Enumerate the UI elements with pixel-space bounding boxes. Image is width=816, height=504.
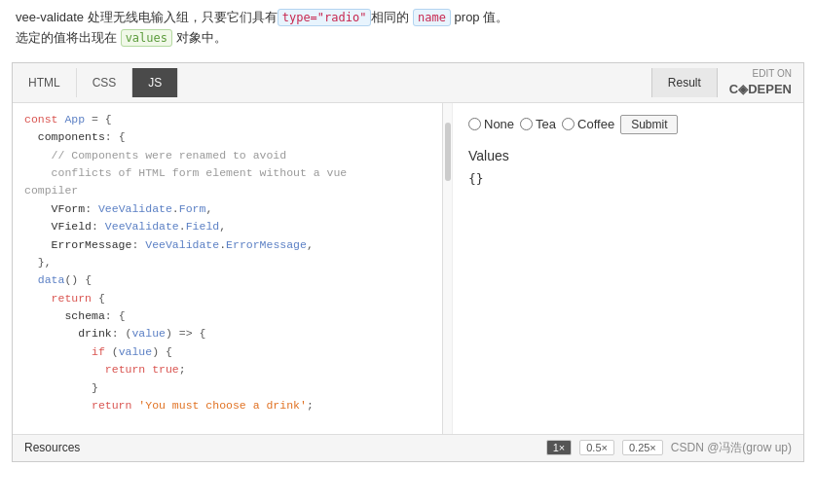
radio-group: None Tea Coffee Submit (468, 115, 788, 134)
radio-label-none: None (484, 117, 514, 131)
code-line: conflicts of HTML form element without a… (13, 164, 442, 182)
code-line: ErrorMessage: VeeValidate.ErrorMessage, (13, 236, 442, 254)
zoom-1x[interactable]: 1× (546, 440, 573, 455)
csdn-watermark: CSDN @冯浩(grow up) (671, 440, 792, 456)
top-description: vee-validate 处理无线电输入组，只要它们具有type="radio"… (0, 0, 816, 58)
code-line: VField: VeeValidate.Field, (13, 218, 442, 235)
radio-input-tea[interactable] (520, 118, 533, 130)
code-line: compiler (13, 182, 442, 199)
code-line: }, (13, 254, 442, 271)
radio-label-tea: Tea (536, 117, 556, 131)
editor-body: const App = { components: { // Component… (13, 103, 803, 434)
radio-input-none[interactable] (468, 118, 481, 130)
code-line: if (value) { (13, 343, 442, 361)
code-values: values (121, 29, 172, 47)
code-line: drink: (value) => { (13, 325, 442, 342)
tab-result[interactable]: Result (651, 68, 718, 97)
code-line: // Components were renamed to avoid (13, 147, 442, 164)
resources-label[interactable]: Resources (24, 441, 80, 454)
radio-coffee[interactable]: Coffee (562, 117, 614, 131)
code-line: VForm: VeeValidate.Form, (13, 200, 442, 218)
code-line: data() { (13, 271, 442, 289)
values-object: {} (468, 171, 788, 186)
zoom-0-25x[interactable]: 0.25× (622, 440, 663, 455)
code-type-radio: type="radio" (278, 9, 372, 26)
codepen-edit-label: EDIT ON (729, 67, 792, 81)
radio-tea[interactable]: Tea (520, 117, 556, 131)
radio-label-coffee: Coffee (577, 117, 614, 131)
values-heading: Values (468, 148, 788, 163)
scrollbar-track[interactable] (443, 103, 453, 434)
tab-html[interactable]: HTML (13, 68, 77, 97)
footer-right: 1× 0.5× 0.25× CSDN @冯浩(grow up) (546, 440, 792, 456)
zoom-0-5x[interactable]: 0.5× (579, 440, 614, 455)
code-line: return 'You must choose a drink'; (13, 397, 442, 414)
desc-line1-suffix: prop 值。 (455, 10, 509, 24)
desc-line1-mid: 相同的 (371, 10, 409, 24)
editor-footer: Resources 1× 0.5× 0.25× CSDN @冯浩(grow up… (13, 434, 803, 461)
code-line: return { (13, 290, 442, 307)
scrollbar-thumb (445, 123, 451, 181)
code-editor: HTML CSS JS Result EDIT ON C◈DEPEN const… (12, 62, 804, 462)
code-line: } (13, 379, 442, 397)
code-name: name (413, 9, 451, 26)
code-line: return true; (13, 361, 442, 378)
result-panel: None Tea Coffee Submit Values {} (453, 103, 803, 434)
code-line: const App = { (13, 111, 442, 128)
codepen-branding: EDIT ON C◈DEPEN (718, 63, 803, 102)
code-line: schema: { (13, 307, 442, 325)
tab-css[interactable]: CSS (77, 68, 133, 97)
codepen-brand: C◈DEPEN (729, 81, 792, 98)
code-panel[interactable]: const App = { components: { // Component… (13, 103, 443, 434)
radio-none[interactable]: None (468, 117, 514, 131)
submit-button[interactable]: Submit (620, 115, 678, 134)
code-line: components: { (13, 128, 442, 146)
editor-header: HTML CSS JS Result EDIT ON C◈DEPEN (13, 63, 803, 103)
desc-line1-prefix: vee-validate 处理无线电输入组，只要它们具有 (16, 10, 278, 24)
desc-line2-suffix: 对象中。 (176, 30, 227, 45)
tab-js[interactable]: JS (132, 68, 178, 97)
desc-line2-prefix: 选定的值将出现在 (16, 30, 117, 45)
radio-input-coffee[interactable] (562, 118, 575, 130)
